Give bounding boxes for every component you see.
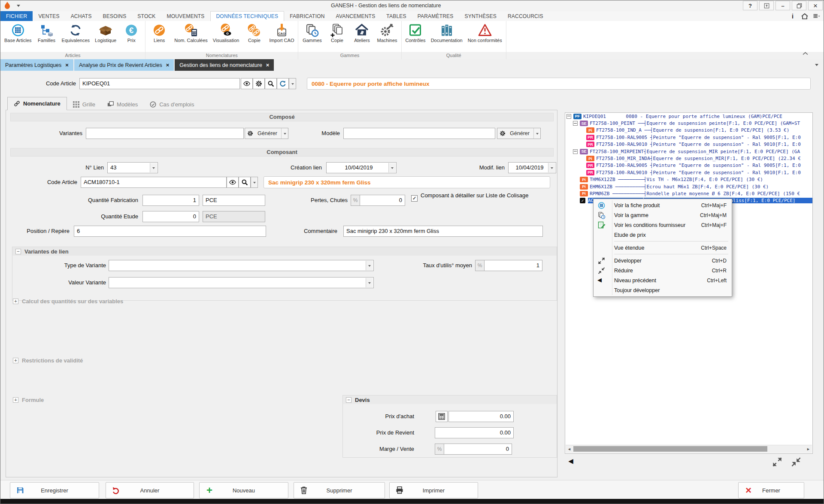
menu-donn-es-techniques[interactable]: DONNÉES TECHNIQUES <box>210 11 285 21</box>
collapse-ribbon-icon[interactable] <box>803 51 808 55</box>
close-tab-icon[interactable]: × <box>266 63 270 67</box>
tree-expand-all-button[interactable] <box>772 457 782 467</box>
context-item-toujour-d-velopper[interactable]: Toujour développer <box>594 285 732 295</box>
qte-fabrication-unit-input[interactable]: PCE <box>203 195 265 206</box>
fermer-button[interactable]: ×Fermer <box>738 482 804 498</box>
ribbon-ateliers-button[interactable]: Ateliers <box>349 22 374 43</box>
search-composant-button[interactable] <box>239 177 251 188</box>
ribbon-logistique-button[interactable]: Logistique <box>92 22 119 43</box>
refresh-button[interactable] <box>277 78 289 89</box>
qte-fabrication-input[interactable]: 1 <box>142 195 199 206</box>
combo-arrow-icon[interactable] <box>388 163 396 172</box>
prix-revient-input[interactable]: 0.00 <box>435 427 514 438</box>
tree-row[interactable]: PiFT2758-100_IND_A ──┤Equerre de suspens… <box>565 127 812 134</box>
enregistrer-button[interactable]: Enregistrer <box>10 482 99 498</box>
tree-previous-level-button[interactable]: ◀ <box>566 456 576 466</box>
settings-button[interactable] <box>253 78 265 89</box>
context-item-voir-les-conditions-fournisseur[interactable]: Voir les conditions fournisseurCtrl+Maj+… <box>594 220 732 230</box>
tree-row[interactable]: PRFT2758-100-RAL9005 ┤Peinture "Equerre … <box>565 162 812 169</box>
ribbon-liens-button[interactable]: Liens <box>147 22 172 43</box>
help-button[interactable]: ? <box>743 1 757 10</box>
tree-expander-icon[interactable] <box>566 114 571 119</box>
modif-lien-combo[interactable]: 10/04/2019 <box>508 162 556 173</box>
collapse-section-icon[interactable]: − <box>346 397 351 403</box>
menu-mouvements[interactable]: MOUVEMENTS <box>161 11 210 21</box>
generer-modele-button[interactable]: Générer <box>497 128 541 139</box>
ribbon-contr-les-button[interactable]: Contrôles <box>403 22 428 43</box>
context-item-voir-la-gamme[interactable]: Voir la gammeCtrl+Maj+M <box>594 210 732 220</box>
variantes-input[interactable] <box>86 128 244 139</box>
composant-code-article-input[interactable]: ACM180710-1 <box>81 177 227 188</box>
scroll-right-icon[interactable]: ► <box>805 446 812 452</box>
menu-synth-ses[interactable]: SYNTHÈSES <box>459 11 503 21</box>
combo-arrow-icon[interactable] <box>150 163 157 172</box>
combo-arrow-icon[interactable] <box>366 261 373 270</box>
taux-utilis-input[interactable]: 1 <box>484 260 542 271</box>
colisage-checkbox[interactable]: ✓ <box>411 195 418 202</box>
menu-param-tres[interactable]: PARAMÈTRES <box>412 11 459 21</box>
tree-expander-icon[interactable] <box>573 149 578 154</box>
tab-nomenclature[interactable]: Nomenclature <box>7 97 67 110</box>
combo-arrow-icon[interactable] <box>548 163 555 172</box>
composant-dropdown-button[interactable] <box>251 177 258 188</box>
ribbon-non-conformit-s-button[interactable]: Non conformités <box>465 22 505 43</box>
close-tab-icon[interactable]: × <box>166 63 170 67</box>
menu-fabrication[interactable]: FABRICATION <box>284 11 330 21</box>
search-article-button[interactable] <box>265 78 277 89</box>
section-restrictions-validite[interactable]: +Restrictions de validité <box>13 357 83 364</box>
context-item-r-duire[interactable]: RéduireCtrl+R <box>594 266 732 275</box>
tree-checkbox[interactable]: ✓ <box>580 198 585 203</box>
section-formule[interactable]: +Formule <box>13 397 44 403</box>
creation-lien-combo[interactable]: 10/04/2019 <box>326 162 397 173</box>
generer-dropdown-icon[interactable] <box>281 128 288 139</box>
menu-achats[interactable]: ACHATS <box>65 11 97 21</box>
context-item-etude-de-prix[interactable]: Etude de prix <box>594 230 732 240</box>
doc-tab-gestion-des-liens-de-nomenclature[interactable]: Gestion des liens de nomenclature× <box>175 59 274 71</box>
doc-tab-param-tres-logistiques[interactable]: Paramètres Logistiques× <box>0 59 73 71</box>
tree-row[interactable]: PRFT2758-100-RAL9005 ┤Peinture "Equerre … <box>565 134 812 141</box>
context-item-vue-tendue[interactable]: Vue étendueCtrl+Space <box>594 243 732 253</box>
tree-row[interactable]: PRFT2758-100-RAL9010 ┤Peinture "Equerre … <box>565 141 812 148</box>
tab-cas-d-emplois[interactable]: Cas d'emplois <box>144 99 200 110</box>
imprimer-button[interactable]: Imprimer <box>389 482 478 498</box>
ribbon-equivalences-button[interactable]: Equivalences <box>59 22 92 43</box>
type-variante-combo[interactable] <box>109 260 374 271</box>
valeur-variante-combo[interactable] <box>109 277 374 288</box>
n-lien-combo[interactable]: 43 <box>107 162 158 173</box>
pin-button[interactable] <box>759 1 774 10</box>
refresh-dropdown-button[interactable] <box>289 78 296 89</box>
tree-row[interactable]: PiRPMØ6ZB ───────────┤Rondelle plate moy… <box>565 190 812 197</box>
doc-tab-analyse-du-prix-de-revient-articles[interactable]: Analyse du Prix de Revient Articles× <box>74 59 174 71</box>
context-item-voir-la-fiche-produit[interactable]: Voir la fiche produitCtrl+Maj+F <box>594 200 732 210</box>
qte-etude-input[interactable]: 0 <box>142 211 199 222</box>
tree-row[interactable]: PRFT2758-100-RAL9010 ┤Peinture "Equerre … <box>565 169 812 176</box>
tree-collapse-all-button[interactable] <box>791 457 801 467</box>
menu-tables[interactable]: TABLES <box>381 11 412 21</box>
restore-button[interactable] <box>792 1 806 10</box>
nouveau-button[interactable]: +Nouveau <box>199 482 288 498</box>
ribbon-visualisation-button[interactable]: Visualisation <box>210 22 242 43</box>
annuler-button[interactable]: Annuler <box>106 482 194 498</box>
tree-row[interactable]: PiFT2758-100_MIR_INDA┤Equerre de suspens… <box>565 155 812 162</box>
view-composant-button[interactable] <box>227 177 239 188</box>
tab-list-arrow-icon[interactable] <box>815 64 818 68</box>
collapse-section-icon[interactable]: − <box>15 249 21 254</box>
context-item-d-velopper[interactable]: DévelopperCtrl+D <box>594 256 732 266</box>
tree-row[interactable]: PiEHM6X1ZB ──────────┤Ecrou haut M6x1 ZB… <box>565 183 812 190</box>
menu-stock[interactable]: STOCK <box>132 11 161 21</box>
ribbon-familles-button[interactable]: Familles <box>34 22 59 43</box>
prix-achat-input[interactable]: 0.00 <box>448 411 514 422</box>
close-tab-icon[interactable]: × <box>65 63 69 67</box>
close-button[interactable]: × <box>808 1 823 10</box>
menu-raccourcis[interactable]: RACCOURCIS <box>502 11 549 21</box>
grid-menu-icon[interactable] <box>813 13 820 19</box>
menu-besoins[interactable]: BESOINS <box>97 11 132 21</box>
home-icon[interactable] <box>801 13 808 19</box>
code-article-input[interactable]: KIPOEQ01 <box>79 78 240 89</box>
section-calcul-quantites[interactable]: +Calcul des quantités sur des variables <box>13 298 123 305</box>
tree-row[interactable]: PiTHM6X12ZB ─────────┤Vis TH - M6x12ZB[F… <box>565 176 812 183</box>
ribbon-nom-calcul-es-button[interactable]: Nom. Calculées <box>172 22 210 43</box>
tree-expander-icon[interactable] <box>573 121 578 126</box>
menu-fichier[interactable]: FICHIER <box>0 11 33 21</box>
ribbon-gammes-button[interactable]: Gammes <box>300 22 324 43</box>
